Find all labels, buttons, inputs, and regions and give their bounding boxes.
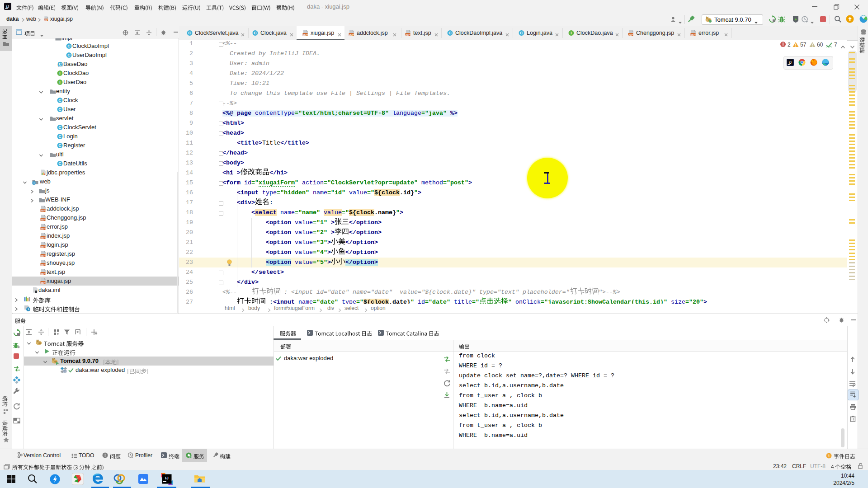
svg-text:JSP: JSP (41, 209, 46, 212)
svg-text:JSP: JSP (41, 272, 46, 275)
svg-text:JSP: JSP (41, 263, 46, 266)
svg-text:I: I (571, 31, 572, 35)
svg-text:C: C (58, 125, 61, 130)
svg-text:JSP: JSP (41, 245, 46, 248)
svg-text:C: C (254, 31, 257, 35)
svg-text:JSP: JSP (349, 33, 354, 36)
svg-text:JSP: JSP (41, 282, 46, 284)
svg-text:I: I (59, 71, 61, 75)
svg-text:JSP: JSP (41, 236, 46, 239)
svg-text:C: C (58, 107, 61, 112)
svg-text:JSP: JSP (303, 33, 308, 36)
svg-text:IJ: IJ (789, 61, 792, 64)
svg-text:C: C (58, 143, 61, 148)
svg-text:JSP: JSP (41, 218, 46, 221)
svg-text:C: C (188, 31, 191, 35)
svg-text:IJ: IJ (165, 476, 169, 480)
svg-text:C: C (448, 31, 452, 35)
svg-text:I: I (59, 80, 61, 84)
svg-text:): ) (61, 62, 63, 67)
svg-text:JSP: JSP (44, 19, 47, 21)
svg-text:1: 1 (828, 454, 830, 458)
svg-text:C: C (58, 161, 61, 166)
svg-text:C: C (520, 31, 523, 35)
svg-text:IJ: IJ (6, 5, 9, 9)
svg-text:C: C (67, 53, 71, 57)
svg-text:C: C (67, 44, 71, 48)
svg-text:JSP: JSP (41, 254, 46, 257)
svg-text:JSP: JSP (406, 33, 410, 36)
svg-text:JSP: JSP (628, 33, 633, 36)
svg-text:JSP: JSP (41, 227, 46, 230)
svg-text:C: C (58, 134, 61, 139)
svg-text:JSP: JSP (691, 33, 696, 36)
svg-text:C: C (58, 98, 61, 103)
